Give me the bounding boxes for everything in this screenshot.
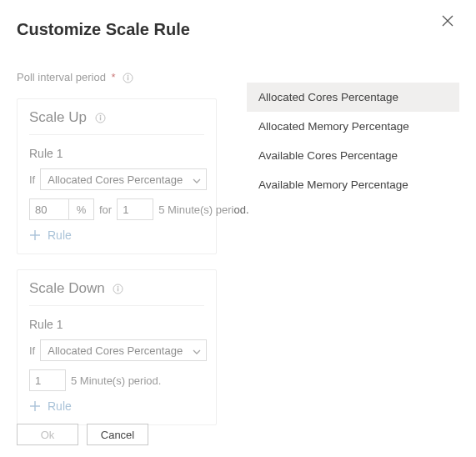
scale-up-rule-label: Rule 1 bbox=[29, 147, 204, 160]
panel-title: Customize Scale Rule bbox=[17, 20, 217, 39]
percent-unit: % bbox=[69, 198, 94, 220]
threshold-input-group: % bbox=[29, 198, 94, 220]
chevron-down-icon bbox=[193, 173, 201, 186]
add-rule-label: Rule bbox=[48, 399, 72, 413]
scale-up-heading-text: Scale Up bbox=[29, 109, 87, 125]
close-icon bbox=[442, 15, 453, 27]
ok-button[interactable]: Ok bbox=[17, 424, 78, 445]
add-rule-label: Rule bbox=[48, 228, 72, 242]
scale-up-condition-row: If Allocated Cores Percentage bbox=[29, 168, 204, 190]
scale-down-card: Scale Down Rule 1 If Allocated Cores Per… bbox=[17, 269, 217, 425]
info-icon[interactable] bbox=[123, 73, 133, 83]
dropdown-option-allocated-cores[interactable]: Allocated Cores Percentage bbox=[247, 83, 459, 112]
svg-rect-7 bbox=[100, 117, 101, 120]
info-icon[interactable] bbox=[95, 113, 106, 123]
scale-down-period-row: 5 Minute(s) period. bbox=[29, 369, 204, 391]
scale-up-metric-select[interactable]: Allocated Cores Percentage bbox=[40, 168, 207, 190]
dropdown-option-available-cores[interactable]: Available Cores Percentage bbox=[247, 141, 459, 170]
cancel-button[interactable]: Cancel bbox=[87, 424, 148, 445]
scale-down-period-text: 5 Minute(s) period. bbox=[71, 374, 161, 387]
svg-rect-4 bbox=[128, 77, 128, 80]
scale-up-heading: Scale Up bbox=[29, 109, 204, 135]
poll-interval-field: Poll interval period * bbox=[17, 71, 217, 83]
required-marker: * bbox=[112, 71, 116, 83]
scale-down-metric-value: Allocated Cores Percentage bbox=[48, 344, 183, 357]
if-label: If bbox=[29, 344, 35, 357]
close-button[interactable] bbox=[442, 15, 457, 30]
info-icon[interactable] bbox=[113, 284, 123, 294]
scale-down-heading-text: Scale Down bbox=[29, 280, 105, 296]
svg-point-6 bbox=[99, 115, 101, 117]
dropdown-option-allocated-memory[interactable]: Allocated Memory Percentage bbox=[247, 112, 459, 141]
scale-up-threshold-input[interactable] bbox=[29, 198, 69, 220]
scale-down-heading: Scale Down bbox=[29, 280, 204, 306]
svg-point-11 bbox=[118, 286, 119, 288]
scale-down-period-input[interactable] bbox=[29, 369, 66, 391]
scale-up-card: Scale Up Rule 1 If Allocated Cores Perce… bbox=[17, 98, 217, 254]
scale-up-threshold-row: % for 5 Minute(s) period. bbox=[29, 198, 204, 220]
poll-interval-label: Poll interval period bbox=[17, 71, 106, 83]
for-label: for bbox=[99, 203, 112, 216]
svg-rect-12 bbox=[118, 288, 118, 291]
svg-point-3 bbox=[128, 75, 129, 77]
add-rule-button[interactable]: Rule bbox=[29, 228, 204, 242]
scale-up-period-input[interactable] bbox=[117, 198, 153, 220]
scale-down-condition-row: If Allocated Cores Percentage bbox=[29, 339, 204, 361]
scale-down-rule-label: Rule 1 bbox=[29, 318, 204, 331]
metric-dropdown-menu: Allocated Cores Percentage Allocated Mem… bbox=[247, 83, 459, 199]
add-rule-button[interactable]: Rule bbox=[29, 399, 204, 413]
plus-icon bbox=[29, 400, 41, 412]
scale-up-period-text: 5 Minute(s) period. bbox=[158, 203, 248, 216]
chevron-down-icon bbox=[193, 344, 201, 357]
dropdown-option-available-memory[interactable]: Available Memory Percentage bbox=[247, 170, 459, 199]
plus-icon bbox=[29, 229, 41, 241]
scale-down-metric-select[interactable]: Allocated Cores Percentage bbox=[40, 339, 207, 361]
scale-up-metric-value: Allocated Cores Percentage bbox=[48, 173, 183, 186]
if-label: If bbox=[29, 173, 35, 186]
footer-buttons: Ok Cancel bbox=[17, 424, 148, 445]
customize-scale-rule-panel: Customize Scale Rule Poll interval perio… bbox=[0, 0, 233, 425]
